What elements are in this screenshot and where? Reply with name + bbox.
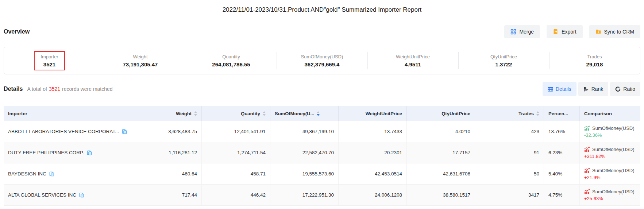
importer-name[interactable]: ABBOTT LABORATORIES VENICE CORPORAT... bbox=[8, 129, 119, 134]
chart-down-icon bbox=[584, 125, 590, 131]
quantity-cell: 446.42 bbox=[202, 185, 270, 205]
importer-name[interactable]: BAYDESIGN INC bbox=[8, 171, 46, 177]
comparison-cell: SumOfMoney(USD) +25.63% bbox=[580, 185, 640, 205]
table-row: BAYDESIGN INC 460.64 458.71 19,555,573.6… bbox=[4, 163, 640, 185]
comparison-change: +25.63% bbox=[584, 196, 635, 201]
sync-to-crm-button-label: Sync to CRM bbox=[604, 29, 634, 35]
weight-unit-price-cell: 13.7433 bbox=[339, 121, 407, 142]
toolbar: Merge Export Sync to CRM bbox=[504, 25, 640, 38]
copy-icon[interactable] bbox=[79, 193, 84, 198]
overview-stats-panel: Importer 3521 Weight 73,191,305.47 Quant… bbox=[4, 47, 640, 74]
trades-cell: 3417 bbox=[475, 185, 544, 205]
chart-up-icon bbox=[584, 189, 590, 194]
weight-cell: 717.44 bbox=[133, 185, 202, 205]
stat-label: Quantity bbox=[222, 54, 240, 59]
comparison-block: SumOfMoney(USD) -32.36% bbox=[584, 125, 635, 138]
weight-unit-price-cell: 24,006.1208 bbox=[339, 185, 407, 205]
importer-table: Importer Weight Quantity SumOfMoney(U...… bbox=[4, 106, 640, 206]
tab-ratio[interactable]: Ratio bbox=[610, 82, 640, 96]
importer-highlight-box: Importer 3521 bbox=[34, 51, 65, 70]
col-header-trades[interactable]: Trades bbox=[475, 106, 544, 121]
comparison-cell: SumOfMoney(USD) -32.36% bbox=[580, 121, 640, 142]
col-header-percent: Percen... bbox=[544, 106, 580, 121]
overview-heading: Overview bbox=[4, 28, 30, 35]
quantity-cell: 1,274,711.54 bbox=[202, 142, 270, 163]
importer-cell: DUTY FREE PHILIPPINES CORP. bbox=[4, 142, 133, 163]
percent-cell: 6.23% bbox=[544, 142, 580, 163]
merge-button[interactable]: Merge bbox=[504, 25, 540, 38]
weight-cell: 460.64 bbox=[133, 163, 202, 184]
details-subtitle: A total of3521records were matched bbox=[27, 86, 112, 92]
col-header-importer: Importer bbox=[4, 106, 133, 121]
qty-unit-price-cell: 17.7157 bbox=[407, 142, 475, 163]
table-row: ALTA GLOBAL SERVICES INC 717.44 446.42 1… bbox=[4, 185, 640, 206]
importer-cell: ABBOTT LABORATORIES VENICE CORPORAT... bbox=[4, 121, 133, 142]
comparison-change: -32.36% bbox=[584, 132, 635, 138]
stat-quantity: Quantity 264,081,786.55 bbox=[186, 47, 277, 74]
tab-details[interactable]: Details bbox=[543, 82, 576, 96]
col-header-comparison: Comparison bbox=[580, 106, 640, 121]
percent-cell: 4.75% bbox=[544, 185, 580, 205]
stat-value: 1.3722 bbox=[495, 61, 512, 67]
col-header-weight[interactable]: Weight bbox=[133, 106, 202, 121]
comparison-change: +311.82% bbox=[584, 154, 635, 159]
details-summary: Details A total of3521records were match… bbox=[4, 86, 113, 92]
stat-value: 3521 bbox=[43, 61, 55, 67]
stat-weight-unit-price: WeightUnitPrice 4.9511 bbox=[367, 47, 458, 74]
trades-cell: 50 bbox=[475, 163, 544, 184]
percent-cell: 5.40% bbox=[544, 163, 580, 184]
export-button-label: Export bbox=[562, 29, 576, 35]
details-heading: Details bbox=[4, 86, 23, 92]
tab-ratio-label: Ratio bbox=[623, 86, 635, 92]
tab-rank[interactable]: Rank bbox=[578, 82, 609, 96]
copy-icon[interactable] bbox=[87, 150, 92, 155]
sum-of-money-cell: 19,555,573.60 bbox=[270, 163, 339, 184]
table-header: Importer Weight Quantity SumOfMoney(U...… bbox=[4, 106, 640, 121]
col-header-sum-of-money[interactable]: SumOfMoney(U... bbox=[270, 106, 339, 121]
weight-cell: 3,628,483.75 bbox=[133, 121, 202, 142]
sort-control-trades[interactable] bbox=[536, 111, 539, 116]
table-body: ABBOTT LABORATORIES VENICE CORPORAT... 3… bbox=[4, 121, 640, 206]
table-row: DUTY FREE PHILIPPINES CORP. 1,116,281.12… bbox=[4, 142, 640, 163]
tab-rank-label: Rank bbox=[591, 86, 603, 92]
stat-value: 73,191,305.47 bbox=[123, 61, 158, 67]
stat-label: Trades bbox=[587, 54, 602, 59]
quantity-cell: 12,401,541.91 bbox=[202, 121, 270, 142]
sum-of-money-cell: 22,582,470.70 bbox=[270, 142, 339, 163]
table-icon bbox=[548, 86, 553, 92]
stat-importer: Importer 3521 bbox=[4, 47, 95, 74]
comparison-block: SumOfMoney(USD) +311.82% bbox=[584, 147, 635, 159]
importer-name[interactable]: DUTY FREE PHILIPPINES CORP. bbox=[8, 150, 84, 155]
comparison-metric: SumOfMoney(USD) bbox=[592, 168, 635, 173]
merge-button-label: Merge bbox=[519, 29, 534, 35]
copy-icon[interactable] bbox=[122, 129, 127, 134]
sync-folder-icon bbox=[595, 29, 601, 35]
sum-of-money-cell: 17,222,951.30 bbox=[270, 185, 339, 205]
trades-cell: 423 bbox=[475, 121, 544, 142]
weight-unit-price-cell: 20.2301 bbox=[339, 142, 407, 163]
tab-details-label: Details bbox=[556, 86, 571, 92]
stat-label: Weight bbox=[133, 54, 147, 59]
importer-name[interactable]: ALTA GLOBAL SERVICES INC bbox=[8, 192, 76, 198]
stat-value: 362,379,669.4 bbox=[305, 61, 340, 67]
stat-trades: Trades 29,018 bbox=[549, 47, 640, 74]
chart-up-icon bbox=[584, 168, 590, 173]
qty-unit-price-cell: 38,580.1517 bbox=[407, 185, 475, 205]
sort-control-quantity[interactable] bbox=[263, 111, 266, 116]
sort-control-sum-of-money[interactable] bbox=[317, 111, 320, 116]
sync-to-crm-button[interactable]: Sync to CRM bbox=[589, 25, 640, 38]
export-icon bbox=[553, 29, 559, 35]
qty-unit-price-cell: 4.0210 bbox=[407, 121, 475, 142]
stat-label: WeightUnitPrice bbox=[396, 54, 430, 59]
sum-of-money-cell: 49,867,199.10 bbox=[270, 121, 339, 142]
stat-value: 264,081,786.55 bbox=[212, 61, 250, 67]
copy-icon[interactable] bbox=[49, 171, 54, 177]
export-button[interactable]: Export bbox=[547, 25, 582, 38]
col-header-weight-unit-price: WeightUnitPrice bbox=[339, 106, 407, 121]
sort-control-weight[interactable] bbox=[194, 111, 197, 116]
col-header-qty-unit-price: QtyUnitPrice bbox=[407, 106, 475, 121]
details-bar: Details A total of3521records were match… bbox=[0, 80, 644, 98]
weight-unit-price-cell: 42,453.0514 bbox=[339, 163, 407, 184]
col-header-quantity[interactable]: Quantity bbox=[202, 106, 270, 121]
weight-cell: 1,116,281.12 bbox=[133, 142, 202, 163]
